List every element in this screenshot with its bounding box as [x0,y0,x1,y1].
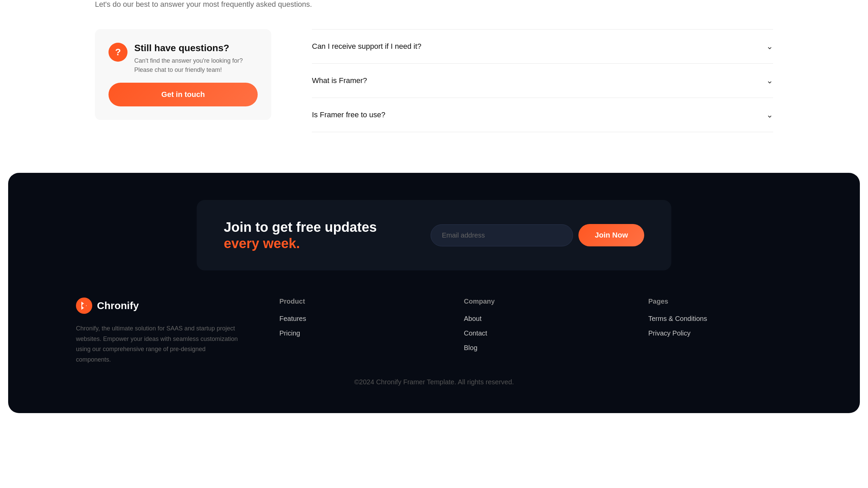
still-have-questions-desc: Can't find the answer you're looking for… [134,56,243,75]
footer-link-blog[interactable]: Blog [464,344,608,352]
get-in-touch-button[interactable]: Get in touch [108,83,258,106]
faq-content: ? Still have questions? Can't find the a… [95,29,773,132]
chevron-down-icon-2: ⌄ [766,76,773,85]
page-wrapper: Let's do our best to answer your most fr… [0,0,868,413]
footer-links-section: Chronify Chronify, the ultimate solution… [8,298,860,365]
footer-column-company-title: Company [464,298,608,305]
dark-footer: Join to get free updates every week. Joi… [8,173,860,413]
svg-point-1 [82,304,86,308]
faq-item-3: Is Framer free to use? ⌄ [312,98,773,132]
join-now-button[interactable]: Join Now [578,224,644,246]
chevron-down-icon-1: ⌄ [766,42,773,51]
shq-text-block: Still have questions? Can't find the ans… [134,43,243,75]
brand-logo: Chronify [76,298,239,314]
footer-column-product-title: Product [279,298,423,305]
footer-column-pages-title: Pages [648,298,792,305]
newsletter-section: Join to get free updates every week. Joi… [8,200,860,270]
copyright-text: ©2024 Chronify Framer Template. All righ… [8,365,860,393]
brand-icon [76,298,92,314]
brand-name: Chronify [97,300,139,311]
footer-brand: Chronify Chronify, the ultimate solution… [76,298,239,365]
footer-column-pages: Pages Terms & Conditions Privacy Policy [648,298,792,365]
newsletter-heading: Join to get free updates every week. [224,219,377,251]
question-icon: ? [108,43,127,62]
newsletter-card: Join to get free updates every week. Joi… [197,200,671,270]
still-have-questions-card: ? Still have questions? Can't find the a… [95,29,271,120]
footer-link-contact[interactable]: Contact [464,329,608,337]
faq-left-panel: ? Still have questions? Can't find the a… [95,29,271,120]
chevron-down-icon-3: ⌄ [766,110,773,120]
faq-section: Let's do our best to answer your most fr… [0,0,868,159]
footer-link-features[interactable]: Features [279,315,423,323]
footer-product-links: Features Pricing [279,315,423,337]
faq-item-2: What is Framer? ⌄ [312,64,773,98]
shq-header: ? Still have questions? Can't find the a… [108,43,258,75]
footer-link-pricing[interactable]: Pricing [279,329,423,337]
faq-question-2[interactable]: What is Framer? ⌄ [312,76,773,85]
faq-subtitle: Let's do our best to answer your most fr… [95,0,773,9]
footer-link-terms[interactable]: Terms & Conditions [648,315,792,323]
footer-company-links: About Contact Blog [464,315,608,352]
still-have-questions-title: Still have questions? [134,43,243,54]
faq-question-3[interactable]: Is Framer free to use? ⌄ [312,110,773,120]
email-input[interactable] [431,224,573,246]
faq-questions-list: Can I receive support if I need it? ⌄ Wh… [312,29,773,132]
newsletter-text: Join to get free updates every week. [224,219,377,251]
footer-link-about[interactable]: About [464,315,608,323]
footer-link-privacy[interactable]: Privacy Policy [648,329,792,337]
brand-description: Chronify, the ultimate solution for SAAS… [76,323,239,365]
footer-column-company: Company About Contact Blog [464,298,608,365]
faq-item-1: Can I receive support if I need it? ⌄ [312,29,773,64]
footer-column-product: Product Features Pricing [279,298,423,365]
faq-question-1[interactable]: Can I receive support if I need it? ⌄ [312,42,773,51]
footer-pages-links: Terms & Conditions Privacy Policy [648,315,792,337]
newsletter-form: Join Now [431,224,644,246]
